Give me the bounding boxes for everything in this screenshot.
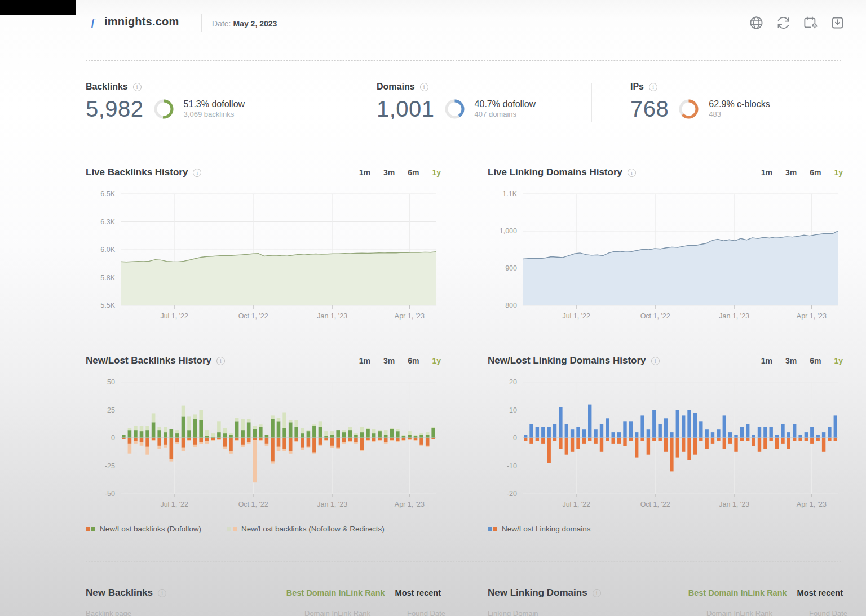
range-1y[interactable]: 1y: [432, 168, 441, 177]
svg-text:Oct 1, '22: Oct 1, '22: [238, 500, 268, 508]
legend-swatch: [493, 527, 497, 531]
svg-text:Jul 1, '22: Jul 1, '22: [562, 500, 590, 508]
range-1y[interactable]: 1y: [834, 356, 843, 365]
date-label: Date:: [212, 19, 231, 28]
stat-label: Domains: [377, 82, 415, 92]
backlink-report-page: f imnights.com Date:May 2, 2023 Backlink…: [0, 0, 866, 616]
date-value: May 2, 2023: [233, 19, 277, 28]
svg-text:0: 0: [111, 434, 115, 442]
info-icon[interactable]: [158, 589, 166, 597]
range-6m[interactable]: 6m: [810, 168, 821, 177]
svg-text:Oct 1, '22: Oct 1, '22: [640, 312, 670, 320]
range-6m[interactable]: 6m: [810, 356, 821, 365]
range-1y[interactable]: 1y: [432, 356, 441, 365]
legend-label: New/Lost backlinks (Dofollow): [100, 525, 201, 533]
new-backlinks-section: New Backlinks Best Domain InLink Rank Mo…: [86, 587, 441, 599]
svg-text:25: 25: [107, 406, 115, 414]
info-icon[interactable]: [651, 357, 660, 365]
range-3m[interactable]: 3m: [383, 356, 395, 365]
range-6m[interactable]: 6m: [408, 356, 419, 365]
svg-text:Apr 1, '23: Apr 1, '23: [797, 312, 827, 320]
redaction-artifact: [0, 0, 76, 15]
svg-text:20: 20: [509, 378, 517, 386]
backlinks-legend: New/Lost backlinks (Dofollow)New/Lost ba…: [86, 525, 385, 533]
svg-text:900: 900: [505, 264, 517, 272]
svg-text:-50: -50: [105, 490, 115, 498]
column-header: Domain InLink Rank: [304, 609, 370, 616]
svg-text:Apr 1, '23: Apr 1, '23: [395, 312, 425, 320]
info-icon[interactable]: [216, 357, 225, 365]
range-6m[interactable]: 6m: [408, 168, 419, 177]
card-head-newlost-domains: New/Lost Linking Domains History 1m 3m 6…: [488, 355, 843, 366]
card-head-newlost-backlinks: New/Lost Backlinks History 1m 3m 6m 1y: [86, 355, 441, 366]
legend-label: New/Lost Linking domains: [502, 525, 591, 533]
svg-text:Oct 1, '22: Oct 1, '22: [238, 312, 268, 320]
svg-text:6.3K: 6.3K: [100, 218, 115, 226]
column-header: Backlink page: [86, 609, 131, 616]
svg-text:Apr 1, '23: Apr 1, '23: [395, 500, 425, 508]
newlost-backlinks-chart[interactable]: 50250-25-50Jul 1, '22Oct 1, '22Jan 1, '2…: [86, 374, 447, 522]
stat-value: 1,001: [377, 96, 435, 122]
svg-text:10: 10: [509, 406, 517, 414]
legend-swatch: [227, 527, 231, 531]
download-icon[interactable]: [830, 15, 845, 30]
stat-percent: 62.9% c-blocks: [709, 99, 770, 110]
info-icon[interactable]: [193, 169, 201, 177]
stat-label: IPs: [630, 82, 644, 92]
info-icon[interactable]: [649, 83, 657, 91]
live-backlinks-chart[interactable]: 6.5K6.3K6.0K5.8K5.5KJul 1, '22Oct 1, '22…: [86, 186, 447, 334]
svg-text:Jan 1, '23: Jan 1, '23: [317, 312, 347, 320]
range-3m[interactable]: 3m: [383, 168, 395, 177]
chart-title: New/Lost Backlinks History: [86, 355, 211, 366]
info-icon[interactable]: [420, 83, 428, 91]
svg-text:5.8K: 5.8K: [100, 274, 115, 282]
svg-text:1.1K: 1.1K: [502, 190, 517, 198]
range-1m[interactable]: 1m: [761, 168, 772, 177]
newlost-domains-chart[interactable]: 20100-10-20Jul 1, '22Oct 1, '22Jan 1, '2…: [488, 374, 849, 522]
range-3m[interactable]: 3m: [785, 168, 797, 177]
range-1m[interactable]: 1m: [359, 356, 370, 365]
range-selector: 1m 3m 6m 1y: [359, 356, 441, 365]
svg-text:6.0K: 6.0K: [100, 246, 115, 254]
header-toolbar: [749, 15, 845, 30]
svg-text:-10: -10: [507, 462, 517, 470]
sort-tab-most-recent[interactable]: Most recent: [395, 588, 441, 597]
svg-text:50: 50: [107, 378, 115, 386]
column-header: Domain InLink Rank: [706, 609, 772, 616]
sort-tab-best-inlink-rank[interactable]: Best Domain InLink Rank: [688, 588, 787, 597]
range-selector: 1m 3m 6m 1y: [761, 356, 843, 365]
section-title: New Backlinks: [86, 587, 153, 599]
separator-dashed: [86, 60, 841, 61]
header-divider: [201, 14, 202, 32]
legend-item: New/Lost backlinks (Nofollow & Redirects…: [227, 525, 385, 533]
svg-text:Jan 1, '23: Jan 1, '23: [719, 312, 749, 320]
calendar-alert-icon[interactable]: [803, 15, 818, 30]
site-domain: imnights.com: [104, 15, 179, 28]
stat-backlinks: Backlinks 5,982 51.3% dofollow 3,069 bac…: [86, 82, 245, 122]
refresh-icon[interactable]: [776, 15, 791, 30]
globe-icon[interactable]: [749, 15, 764, 30]
live-domains-chart[interactable]: 1.1K1,000900800Jul 1, '22Oct 1, '22Jan 1…: [488, 186, 849, 334]
info-icon[interactable]: [593, 589, 601, 597]
cblocks-donut: [678, 99, 699, 119]
legend-label: New/Lost backlinks (Nofollow & Redirects…: [241, 525, 385, 533]
info-icon[interactable]: [133, 83, 142, 91]
range-1y[interactable]: 1y: [834, 168, 843, 177]
separator-dashed: [86, 561, 841, 562]
svg-text:Oct 1, '22: Oct 1, '22: [640, 500, 670, 508]
svg-text:800: 800: [505, 302, 517, 309]
linking-domains-table-header: Linking Domain Domain InLink Rank Found …: [488, 609, 849, 616]
legend-item: New/Lost Linking domains: [488, 525, 591, 533]
range-1m[interactable]: 1m: [761, 356, 772, 365]
stat-domains: Domains 1,001 40.7% dofollow 407 domains: [377, 82, 536, 122]
column-header: Linking Domain: [488, 609, 538, 616]
range-1m[interactable]: 1m: [359, 168, 370, 177]
sort-tab-most-recent[interactable]: Most recent: [797, 588, 843, 597]
card-head-live-domains: Live Linking Domains History 1m 3m 6m 1y: [488, 167, 843, 178]
range-3m[interactable]: 3m: [785, 356, 797, 365]
sort-tab-best-inlink-rank[interactable]: Best Domain InLink Rank: [286, 588, 385, 597]
info-icon[interactable]: [628, 169, 636, 177]
stat-sub: 407 domains: [475, 110, 536, 119]
chart-title: New/Lost Linking Domains History: [488, 355, 646, 366]
legend-swatch: [91, 527, 95, 531]
